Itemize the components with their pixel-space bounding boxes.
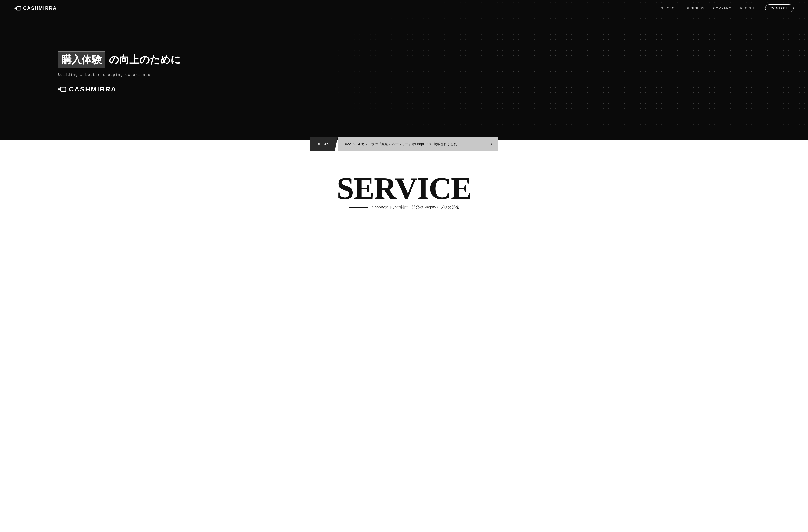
news-text: 2022.02.24 カシミラの『配送マネージャー』がShopi Labに掲載さ… bbox=[343, 142, 461, 146]
news-label: NEWS bbox=[310, 137, 337, 151]
hero-logo-text: CASHMIRRA bbox=[69, 86, 116, 93]
logo-text: CASHMIRRA bbox=[23, 5, 57, 11]
svg-rect-1 bbox=[17, 7, 21, 10]
logo-svg bbox=[15, 6, 21, 11]
hero-dots-pattern bbox=[283, 0, 808, 140]
service-section: SERVICE Shopifyストアの制作・開発やShopifyアプリの開発 bbox=[0, 153, 808, 224]
nav-recruit[interactable]: RECRUIT bbox=[740, 6, 756, 10]
news-arrow-icon: › bbox=[491, 142, 492, 147]
svg-point-2 bbox=[58, 88, 60, 91]
logo-icon bbox=[15, 6, 21, 11]
service-line-left bbox=[349, 207, 368, 208]
nav-contact-button[interactable]: CONTACT bbox=[765, 4, 793, 12]
news-bar: NEWS 2022.02.24 カシミラの『配送マネージャー』がShopi La… bbox=[310, 137, 498, 151]
svg-rect-3 bbox=[61, 87, 66, 91]
service-subtitle-row: Shopifyストアの制作・開発やShopifyアプリの開発 bbox=[15, 205, 793, 210]
hero-logo-icon bbox=[58, 86, 67, 92]
hero-subtitle: Building a better shopping experience bbox=[58, 73, 181, 77]
main-nav: SERVICE BUSINESS COMPANY RECRUIT CONTACT bbox=[661, 4, 793, 12]
page-wrapper: CASHMIRRA SERVICE BUSINESS COMPANY RECRU… bbox=[0, 0, 808, 224]
service-title: SERVICE bbox=[15, 172, 793, 204]
svg-point-0 bbox=[15, 7, 16, 9]
nav-service[interactable]: SERVICE bbox=[661, 6, 677, 10]
nav-company[interactable]: COMPANY bbox=[713, 6, 731, 10]
hero-section: CASHMIRRA SERVICE BUSINESS COMPANY RECRU… bbox=[0, 0, 808, 140]
hero-logo-area: CASHMIRRA bbox=[58, 86, 181, 93]
news-content[interactable]: 2022.02.24 カシミラの『配送マネージャー』がShopi Labに掲載さ… bbox=[337, 137, 498, 151]
hero-headline: 購入体験 の向上のために bbox=[58, 51, 181, 68]
logo-area[interactable]: CASHMIRRA bbox=[15, 5, 57, 11]
nav-business[interactable]: BUSINESS bbox=[686, 6, 704, 10]
hero-content: 購入体験 の向上のために Building a better shopping … bbox=[0, 47, 181, 93]
site-header: CASHMIRRA SERVICE BUSINESS COMPANY RECRU… bbox=[0, 0, 808, 17]
hero-logo-svg bbox=[58, 86, 67, 92]
hero-headline-rest: の向上のために bbox=[109, 53, 181, 67]
news-section: NEWS 2022.02.24 カシミラの『配送マネージャー』がShopi La… bbox=[0, 140, 808, 153]
service-subtitle: Shopifyストアの制作・開発やShopifyアプリの開発 bbox=[372, 205, 459, 210]
hero-highlight-text: 購入体験 bbox=[58, 51, 106, 68]
